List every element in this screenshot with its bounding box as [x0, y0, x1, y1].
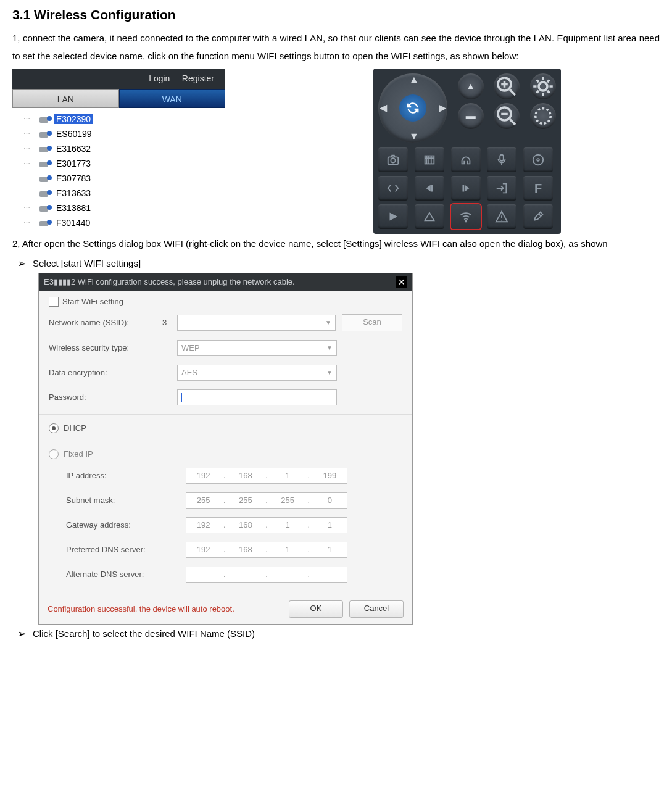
- bullet-1: Select [start WIFI settings]: [33, 258, 141, 268]
- ptz-up-icon[interactable]: ▲: [409, 75, 419, 85]
- dialog-title: E3▮▮▮▮2 WiFi configuration success, plea…: [44, 277, 295, 286]
- zoom-out-button[interactable]: [494, 103, 520, 129]
- tab-lan[interactable]: LAN: [12, 89, 119, 108]
- start-wifi-label: Start WiFi setting: [62, 297, 123, 306]
- bullet-2: Click [Search] to select the desired WIF…: [33, 628, 255, 639]
- ssid-label: Network name (SSID):: [49, 318, 156, 327]
- ok-button[interactable]: OK: [289, 600, 343, 618]
- svg-rect-10: [431, 185, 433, 192]
- subnet-label: Subnet mask:: [66, 496, 186, 505]
- camera-icon: [39, 173, 52, 183]
- device-tree: ⋯E302390 ⋯ES60199 ⋯E316632 ⋯E301773 ⋯E30…: [12, 108, 225, 230]
- record-button[interactable]: [415, 147, 444, 172]
- settings-button[interactable]: [523, 204, 553, 229]
- camera-icon: [39, 129, 52, 139]
- flip-h-button[interactable]: [378, 176, 408, 201]
- gateway-label: Gateway address:: [66, 520, 186, 530]
- mic-button[interactable]: [487, 147, 516, 172]
- device-list-panel: Login Register LAN WAN ⋯E302390 ⋯ES60199…: [12, 69, 225, 230]
- subnet-input[interactable]: 255. 255. 255. 0: [186, 492, 347, 509]
- close-button[interactable]: ✕: [396, 276, 407, 288]
- svg-point-9: [537, 159, 539, 161]
- ptz-right-icon[interactable]: ▶: [439, 103, 446, 113]
- ip-address-label: IP address:: [66, 471, 186, 480]
- right-arrow-button[interactable]: [451, 176, 481, 201]
- dhcp-radio[interactable]: [49, 423, 59, 433]
- scan-button[interactable]: Scan: [342, 314, 402, 331]
- dns1-label: Preferred DNS server:: [66, 545, 186, 554]
- audio-button[interactable]: [451, 147, 481, 172]
- svg-point-5: [391, 158, 395, 162]
- f-button[interactable]: F: [523, 176, 553, 201]
- wifi-button[interactable]: [451, 204, 481, 229]
- svg-point-2: [539, 82, 547, 91]
- password-input[interactable]: [177, 389, 337, 405]
- security-label: Wireless security type:: [49, 343, 156, 352]
- wifi-dialog: E3▮▮▮▮2 WiFi configuration success, plea…: [38, 273, 413, 625]
- dns2-input[interactable]: . . .: [186, 567, 347, 583]
- ssid-count: 3: [162, 318, 171, 327]
- camera-icon: [39, 144, 52, 154]
- device-item[interactable]: ⋯E313633: [23, 186, 225, 201]
- triangle-button[interactable]: [415, 204, 444, 229]
- start-wifi-checkbox[interactable]: [49, 297, 59, 307]
- iris-open-button[interactable]: [530, 73, 556, 99]
- device-item[interactable]: ⋯E316632: [23, 141, 225, 156]
- register-link[interactable]: Register: [182, 73, 214, 83]
- device-item[interactable]: ⋯E301773: [23, 156, 225, 171]
- ptz-refresh-button[interactable]: [399, 94, 426, 122]
- device-item[interactable]: ⋯E302390: [23, 112, 225, 127]
- ssid-dropdown[interactable]: ▼: [177, 315, 336, 331]
- svg-point-8: [533, 155, 544, 165]
- ptz-down-icon[interactable]: ▼: [409, 131, 419, 141]
- camera-icon: [39, 203, 52, 213]
- svg-point-12: [465, 220, 466, 222]
- paragraph-2: 2, After open the Settings dialog box WI…: [12, 235, 660, 253]
- play-button[interactable]: [378, 204, 408, 229]
- device-item[interactable]: ⋯ES60199: [23, 127, 225, 141]
- disc-button[interactable]: [523, 147, 553, 172]
- device-item[interactable]: ⋯F301440: [23, 215, 225, 230]
- iris-close-button[interactable]: [530, 103, 556, 129]
- cancel-button[interactable]: Cancel: [349, 600, 404, 618]
- device-item[interactable]: ⋯E313881: [23, 201, 225, 215]
- fixed-ip-radio[interactable]: [49, 449, 59, 459]
- alert-button[interactable]: [487, 204, 516, 229]
- paragraph-1: 1, connect the camera, it need connected…: [12, 30, 660, 65]
- svg-rect-11: [462, 185, 464, 192]
- login-link[interactable]: Login: [149, 73, 170, 83]
- encryption-label: Data encryption:: [49, 368, 156, 377]
- ip-address-input[interactable]: 192. 168. 1. 199: [186, 468, 347, 484]
- ptz-pad[interactable]: ▲ ▼ ◀ ▶: [378, 73, 447, 143]
- bullet-icon: ➢: [17, 627, 27, 641]
- fixed-ip-label: Fixed IP: [64, 449, 93, 459]
- camera-icon: [39, 114, 52, 124]
- camera-icon: [39, 188, 52, 198]
- control-panel: ▲ ▼ ◀ ▶ ▲ ▬: [373, 69, 561, 234]
- gateway-input[interactable]: 192. 168. 1. 1: [186, 517, 347, 533]
- device-item[interactable]: ⋯E307783: [23, 171, 225, 186]
- ptz-left-icon[interactable]: ◀: [380, 103, 387, 113]
- left-arrow-button[interactable]: [415, 176, 444, 201]
- tab-wan[interactable]: WAN: [119, 89, 226, 108]
- snapshot-button[interactable]: [378, 147, 408, 172]
- camera-icon: [39, 159, 52, 168]
- zoom-in-button[interactable]: [494, 73, 520, 99]
- section-heading: 3.1 Wireless Configuration: [12, 7, 660, 22]
- encryption-dropdown[interactable]: AES▼: [177, 365, 337, 381]
- dns1-input[interactable]: 192. 168. 1. 1: [186, 542, 347, 558]
- dhcp-label: DHCP: [64, 423, 86, 433]
- bullet-icon: ➢: [17, 257, 27, 270]
- password-label: Password:: [49, 393, 156, 402]
- camera-icon: [39, 218, 52, 228]
- focus-out-button[interactable]: ▬: [458, 103, 484, 129]
- svg-rect-7: [500, 155, 504, 161]
- status-message: Configuration successful, the device wil…: [48, 604, 234, 613]
- dns2-label: Alternate DNS server:: [66, 570, 186, 579]
- security-dropdown[interactable]: WEP▼: [177, 340, 337, 356]
- logout-button[interactable]: [487, 176, 516, 201]
- focus-in-button[interactable]: ▲: [458, 73, 484, 99]
- svg-point-3: [536, 109, 551, 124]
